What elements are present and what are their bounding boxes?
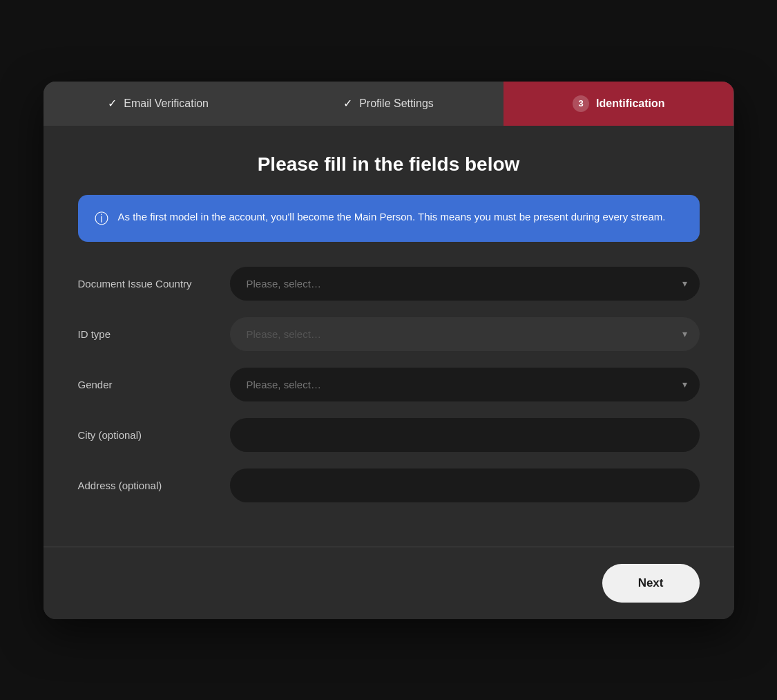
modal-body: Please fill in the fields below ⓘ As the… <box>44 126 734 540</box>
field-control-city <box>230 418 700 452</box>
label-gender: Gender <box>78 379 230 390</box>
info-banner: ⓘ As the first model in the account, you… <box>78 195 700 242</box>
form-row-gender: Gender Please, select… ▾ <box>78 368 700 401</box>
step-label-identification: Identification <box>596 97 665 110</box>
stepper: ✓ Email Verification ✓ Profile Settings … <box>44 82 734 126</box>
page-title: Please fill in the fields below <box>78 153 700 176</box>
step-profile-settings: ✓ Profile Settings <box>274 82 503 126</box>
field-control-document-issue-country: Please, select… ▾ <box>230 267 700 301</box>
form: Document Issue Country Please, select… ▾… <box>78 267 700 502</box>
check-icon-email: ✓ <box>108 97 117 110</box>
form-row-city: City (optional) <box>78 418 700 452</box>
form-row-id-type: ID type Please, select… ▾ <box>78 317 700 351</box>
field-control-id-type: Please, select… ▾ <box>230 317 700 351</box>
input-city[interactable] <box>230 418 700 452</box>
input-address[interactable] <box>230 469 700 502</box>
select-id-type[interactable]: Please, select… <box>230 317 700 351</box>
field-control-address <box>230 469 700 502</box>
outer-wrapper: ✓ Email Verification ✓ Profile Settings … <box>0 0 777 700</box>
step-identification: 3 Identification <box>503 82 733 126</box>
check-icon-profile: ✓ <box>343 97 352 110</box>
select-document-issue-country[interactable]: Please, select… <box>230 267 700 301</box>
form-row-address: Address (optional) <box>78 469 700 502</box>
label-address: Address (optional) <box>78 480 230 491</box>
modal: ✓ Email Verification ✓ Profile Settings … <box>44 82 734 619</box>
modal-footer: Next <box>44 547 734 619</box>
form-row-document-issue-country: Document Issue Country Please, select… ▾ <box>78 267 700 301</box>
select-gender[interactable]: Please, select… <box>230 368 700 401</box>
field-control-gender: Please, select… ▾ <box>230 368 700 401</box>
label-city: City (optional) <box>78 429 230 441</box>
step-label-email: Email Verification <box>124 97 209 110</box>
info-banner-text: As the first model in the account, you'l… <box>118 209 666 225</box>
step-label-profile: Profile Settings <box>359 97 434 110</box>
label-document-issue-country: Document Issue Country <box>78 278 230 290</box>
next-button[interactable]: Next <box>602 564 700 603</box>
step-email-verification: ✓ Email Verification <box>44 82 274 126</box>
label-id-type: ID type <box>78 328 230 340</box>
step-number-identification: 3 <box>573 95 589 112</box>
info-icon: ⓘ <box>95 209 108 228</box>
